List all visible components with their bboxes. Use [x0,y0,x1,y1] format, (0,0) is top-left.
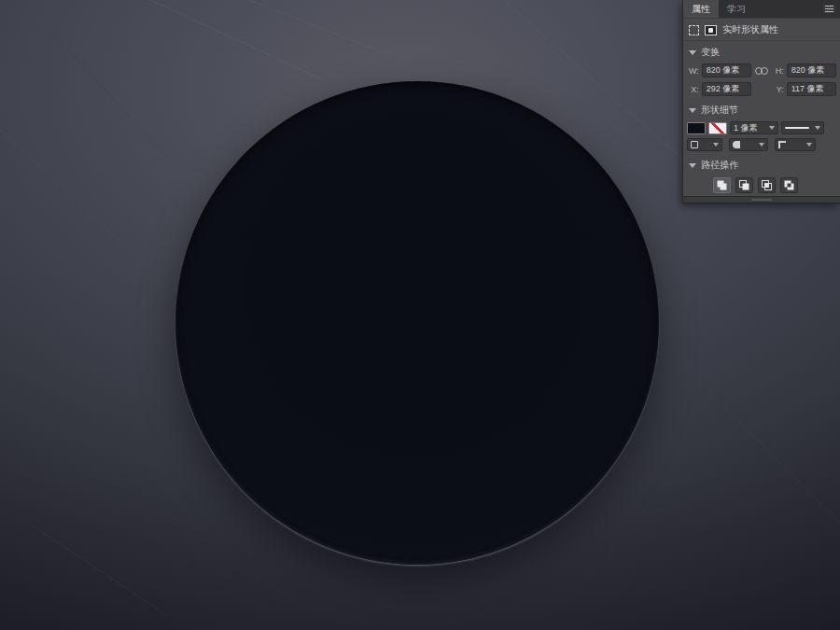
stroke-cap-icon [733,141,740,148]
properties-panel: 属性 学习 实时形状属性 变换 W: 820 像素 H: 820 像素 X: 2… [682,0,840,203]
fill-color-swatch[interactable] [687,122,706,134]
stroke-color-swatch[interactable] [708,122,727,134]
chevron-down-icon [769,126,775,130]
x-input[interactable]: 292 像素 [702,82,751,96]
tab-learn[interactable]: 学习 [719,0,754,18]
tab-properties[interactable]: 属性 [683,0,719,18]
stroke-style-select[interactable] [781,121,824,134]
section-shape-details[interactable]: 形状细节 [683,99,840,119]
panel-tabbar: 属性 学习 [683,0,840,19]
transform-bounds-icon[interactable] [689,25,699,35]
panel-resize-handle[interactable] [683,196,840,203]
chevron-down-icon [713,143,719,147]
section-path-operations[interactable]: 路径操作 [683,154,840,175]
section-transform[interactable]: 变换 [683,41,840,62]
width-input[interactable]: 820 像素 [702,63,751,77]
subtract-front-shape-icon [739,180,749,190]
chevron-down-icon [815,126,820,130]
xy-row: X: 292 像素 Y: 117 像素 [687,82,836,96]
section-path-operations-label: 路径操作 [701,159,738,172]
solid-line-icon [785,127,809,129]
stroke-width-select[interactable]: 1 像素 [730,121,778,134]
exclude-overlapping-shapes-icon [784,180,794,190]
h-label: H: [772,66,784,76]
height-input[interactable]: 820 像素 [787,63,836,77]
section-transform-label: 变换 [701,46,720,59]
section-shape-details-label: 形状细节 [701,104,738,117]
stroke-align-select[interactable] [687,138,722,151]
chevron-down-icon [759,143,764,147]
wh-row: W: 820 像素 H: 820 像素 [687,63,836,77]
chevron-down-icon [806,143,812,147]
collapse-caret-icon [689,50,696,55]
w-label: W: [687,66,699,76]
shape-properties-header: 实时形状属性 [683,19,840,41]
fill-stroke-row: 1 像素 [687,121,836,134]
collapse-caret-icon [689,163,696,168]
collapse-caret-icon [689,108,696,113]
stroke-align-icon [691,141,698,148]
intersect-shape-areas-button[interactable] [758,177,776,193]
y-label: Y: [772,85,784,94]
stroke-cap-select[interactable] [729,138,768,151]
x-label: X: [687,85,699,94]
panel-menu-icon[interactable] [823,5,835,13]
stroke-corner-select[interactable] [775,138,816,151]
combine-shapes-button[interactable] [713,177,731,193]
subtract-front-shape-button[interactable] [735,177,753,193]
panel-title: 实时形状属性 [722,23,778,36]
stroke-corner-icon [778,141,786,148]
stroke-width-value: 1 像素 [734,122,758,134]
exclude-overlapping-shapes-button[interactable] [780,177,798,193]
y-input[interactable]: 117 像素 [787,82,836,96]
intersect-shape-areas-icon [762,180,772,190]
shape-mask-icon[interactable] [705,25,717,35]
ellipse-shape[interactable] [175,81,659,565]
path-operations-row [713,177,840,193]
stroke-options-row [687,138,836,151]
link-wh-icon[interactable] [754,66,769,76]
combine-shapes-icon [717,180,727,190]
